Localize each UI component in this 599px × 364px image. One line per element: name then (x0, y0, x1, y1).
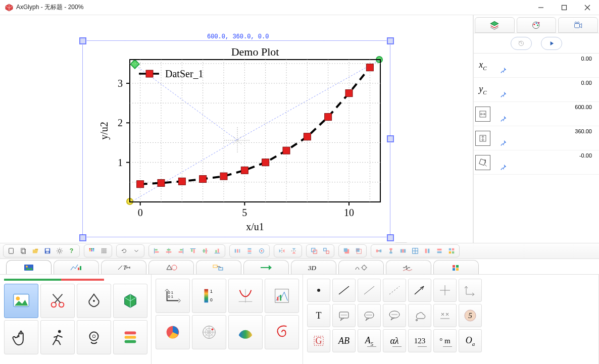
pin-icon[interactable] (500, 91, 507, 99)
tool-colorbar[interactable]: 10 (192, 279, 226, 313)
sym-cancel-xx[interactable] (433, 304, 457, 327)
rotate-button[interactable] (119, 246, 130, 256)
sym-a5[interactable]: A5 (358, 329, 381, 352)
tool-pie[interactable] (156, 315, 190, 349)
ribbon-tab-chart[interactable] (54, 260, 99, 274)
tool-surface[interactable] (228, 315, 263, 349)
sym-callout-ellipse[interactable] (383, 304, 406, 327)
align-left-button[interactable] (151, 246, 162, 256)
tool-axes-01[interactable]: 0 10 1 (156, 279, 190, 313)
window-maximize-button[interactable] (553, 0, 576, 15)
snap-toggle[interactable] (98, 246, 110, 256)
dist-v-button[interactable] (244, 246, 255, 256)
pin-icon[interactable] (500, 164, 507, 172)
ribbon-tab-line[interactable]: T (101, 260, 146, 274)
dist-h-button[interactable] (232, 246, 243, 256)
space-btn-1[interactable] (373, 246, 384, 256)
ribbon-tab-arrow[interactable] (243, 260, 289, 274)
tool-cut[interactable] (40, 284, 75, 318)
property-value-area[interactable]: -0.00 (492, 150, 599, 174)
sym-degree[interactable]: ° m (433, 329, 457, 352)
canvas-area[interactable]: 600.0, 360.0, 0.0 Demo Plot051 (0, 15, 474, 243)
settings-button[interactable] (54, 246, 65, 256)
sym-line-thin[interactable] (358, 279, 381, 302)
chart-settings-button[interactable] (394, 242, 408, 243)
property-value-area[interactable]: 600.00 (492, 102, 599, 126)
sym-callout-rect[interactable] (332, 304, 356, 327)
sym-oa[interactable]: Oa (459, 329, 482, 352)
history-back-button[interactable] (511, 37, 532, 50)
sym-callout-cloud[interactable] (408, 304, 431, 327)
tool-radar[interactable] (192, 315, 226, 349)
sym-text[interactable]: T (307, 304, 330, 327)
property-value-area[interactable]: 0.00 (492, 78, 599, 101)
sym-corner-arrow[interactable] (459, 279, 482, 302)
ribbon-tab-flow[interactable] (196, 260, 241, 274)
space-btn-7[interactable] (446, 246, 457, 256)
ribbon-tab-color[interactable] (433, 260, 479, 274)
sym-line-solid[interactable] (332, 279, 356, 302)
align-middle-v-button[interactable] (199, 246, 211, 256)
tool-image[interactable] (4, 284, 38, 318)
sym-123[interactable]: 123 (408, 329, 431, 352)
pin-icon[interactable] (500, 67, 507, 75)
group-button[interactable] (309, 246, 320, 256)
sym-cross[interactable] (433, 279, 457, 302)
align-bottom-button[interactable] (212, 246, 223, 256)
tool-spiral[interactable] (265, 315, 299, 349)
window-minimize-button[interactable] (529, 0, 553, 15)
property-value-area[interactable]: 0.00 (492, 54, 599, 77)
ribbon-tab-shapes[interactable] (148, 260, 194, 274)
space-btn-4[interactable] (410, 246, 421, 256)
tool-parabola[interactable] (228, 279, 263, 313)
ungroup-button[interactable] (321, 246, 332, 256)
ribbon-tab-3d[interactable]: 3D (291, 260, 336, 274)
sym-line-dash[interactable] (383, 279, 406, 302)
sym-circ-5[interactable]: 5 (459, 304, 482, 327)
space-btn-5[interactable] (422, 246, 433, 256)
order-back-button[interactable] (353, 246, 364, 256)
right-tab-layers[interactable] (475, 17, 515, 33)
space-btn-3[interactable] (397, 246, 409, 256)
align-center-h-button[interactable] (163, 246, 174, 256)
tool-hand[interactable] (4, 320, 38, 354)
property-value-area[interactable]: 360.00 (492, 126, 599, 150)
align-right-button[interactable] (175, 246, 186, 256)
space-btn-2[interactable] (385, 246, 396, 256)
rotate-dropdown[interactable] (131, 246, 142, 256)
space-btn-6[interactable] (434, 246, 445, 256)
play-button[interactable] (541, 37, 562, 50)
window-close-button[interactable] (576, 0, 599, 15)
tool-chart-wiz[interactable] (265, 279, 299, 313)
sym-dot[interactable] (307, 279, 330, 302)
flip-h-button[interactable] (276, 246, 287, 256)
flip-v-button[interactable] (288, 246, 300, 256)
save-button[interactable] (42, 246, 53, 256)
dist-center-button[interactable] (256, 246, 267, 256)
sym-alpha[interactable]: αλ (383, 329, 406, 352)
chart[interactable]: Demo Plot0510123x/u1y/u2DatSer_1 (98, 46, 391, 233)
help-button[interactable]: ? (66, 246, 77, 256)
order-front-button[interactable] (341, 246, 352, 256)
tool-cube[interactable] (113, 284, 147, 318)
ribbon-tab-misc[interactable] (338, 260, 384, 274)
pin-icon[interactable] (500, 115, 507, 124)
align-top-button[interactable] (187, 246, 198, 256)
tool-run[interactable] (40, 320, 75, 354)
right-tab-style[interactable] (517, 17, 557, 33)
open-button[interactable] (30, 246, 41, 256)
sym-g-box[interactable]: G (307, 329, 330, 352)
tool-pen[interactable] (77, 284, 111, 318)
grid-colors-button[interactable] (86, 246, 97, 256)
sym-arrow[interactable] (408, 279, 431, 302)
new-button[interactable] (6, 246, 17, 256)
pin-icon[interactable] (500, 139, 507, 148)
tool-gear-head[interactable] (77, 320, 111, 354)
sym-callout-round[interactable] (358, 304, 381, 327)
right-tab-camera[interactable] (558, 17, 598, 33)
sym-ab[interactable]: AB (332, 329, 356, 352)
ribbon-tab-image[interactable] (6, 260, 52, 274)
copy-button[interactable] (18, 246, 29, 256)
tool-list[interactable] (113, 320, 147, 354)
ribbon-tab-elec[interactable] (386, 260, 431, 274)
